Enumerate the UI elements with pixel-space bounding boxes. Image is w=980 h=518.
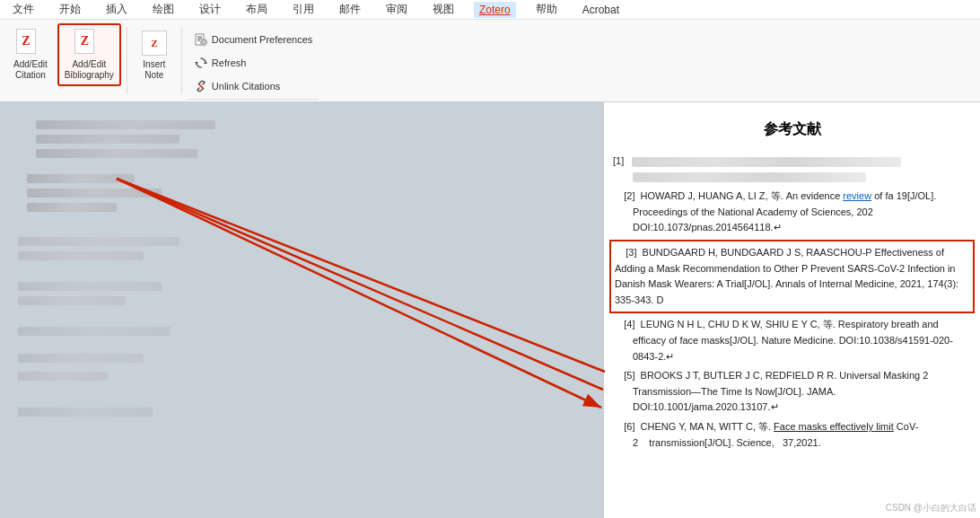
svg-marker-7 (195, 62, 198, 65)
menu-design[interactable]: 设计 (194, 0, 226, 19)
ref-item-4: [4] LEUNG N H L, CHU D K W, SHIU E Y C, … (613, 317, 971, 364)
insert-note-label: InsertNote (143, 59, 165, 81)
ref-num-1: [1] (613, 155, 629, 166)
menu-view[interactable]: 视图 (427, 0, 459, 19)
menubar: 文件 开始 插入 绘图 设计 布局 引用 邮件 审阅 视图 Zotero 帮助 … (0, 0, 980, 20)
ref-num-5: [5] (613, 370, 641, 381)
document-title: 参考文献 (613, 120, 971, 139)
menu-zotero[interactable]: Zotero (474, 2, 516, 18)
document-right-area: 参考文献 [1] [2] HOWARD J, HUANG A, LI Z, 等.… (603, 102, 980, 518)
ref-item-2: [2] HOWARD J, HUANG A, LI Z, 等. An evide… (613, 189, 971, 236)
watermark-text: CSDN @小白的大白话 (886, 502, 976, 514)
unlink-citations-icon (194, 79, 208, 93)
document-preferences-button[interactable]: Document Preferences (188, 29, 319, 50)
ref-underline-6: Face masks effectively limit (774, 421, 894, 432)
ref-num-2: [2] (613, 190, 641, 201)
add-edit-citation-label: Add/EditCitation (13, 59, 48, 81)
ref-num-4: [4] (613, 319, 641, 329)
refresh-button[interactable]: Refresh (188, 52, 319, 74)
menu-draw[interactable]: 绘图 (147, 0, 179, 19)
document-left-area (0, 102, 603, 518)
ref-item-5: [5] BROOKS J T, BUTLER J C, REDFIELD R R… (613, 368, 971, 416)
unlink-citations-label: Unlink Citations (212, 81, 280, 92)
add-edit-citation-icon: Z (16, 29, 45, 57)
menu-layout[interactable]: 布局 (241, 0, 273, 19)
menu-file[interactable]: 文件 (7, 0, 39, 19)
menu-references[interactable]: 引用 (287, 0, 319, 19)
menu-acrobat[interactable]: Acrobat (577, 2, 625, 18)
ref-item-1: [1] (613, 154, 971, 185)
document-preferences-icon (194, 32, 208, 47)
ribbon: Z Add/EditCitation Z Add/EditBibliograph… (0, 20, 980, 102)
ref-link-review: review (843, 190, 871, 201)
ref-num-6: [6] (613, 421, 641, 432)
menu-help[interactable]: 帮助 (530, 0, 563, 19)
menu-insert[interactable]: 插入 (101, 0, 133, 19)
menu-start[interactable]: 开始 (54, 0, 86, 19)
ref-item-6: [6] CHENG Y, MA N, WITT C, 等. Face masks… (613, 419, 971, 451)
main-content: 参考文献 [1] [2] HOWARD J, HUANG A, LI Z, 等.… (0, 102, 980, 518)
svg-point-5 (202, 41, 205, 44)
document-preferences-label: Document Preferences (212, 34, 313, 45)
svg-marker-6 (204, 61, 207, 64)
ref-num-3: [3] (615, 247, 643, 258)
unlink-citations-button[interactable]: Unlink Citations (188, 75, 319, 97)
add-edit-bibliography-icon: Z (74, 29, 103, 57)
insert-note-button[interactable]: Z InsertNote (133, 23, 176, 86)
add-edit-bibliography-button[interactable]: Z Add/EditBibliography (57, 23, 121, 86)
refresh-icon (194, 56, 208, 70)
ref-item-3-highlighted: [3] BUNDGAARD H, BUNDGAARD J S, RAASCHOU… (609, 240, 975, 313)
refresh-label: Refresh (212, 57, 247, 68)
add-edit-bibliography-label: Add/EditBibliography (65, 59, 114, 81)
insert-note-icon: Z (140, 29, 169, 57)
menu-review[interactable]: 审阅 (381, 0, 413, 19)
add-edit-citation-button[interactable]: Z Add/EditCitation (7, 23, 54, 86)
reference-list: [1] [2] HOWARD J, HUANG A, LI Z, 等. An e… (613, 154, 971, 451)
menu-mail[interactable]: 邮件 (334, 0, 366, 19)
